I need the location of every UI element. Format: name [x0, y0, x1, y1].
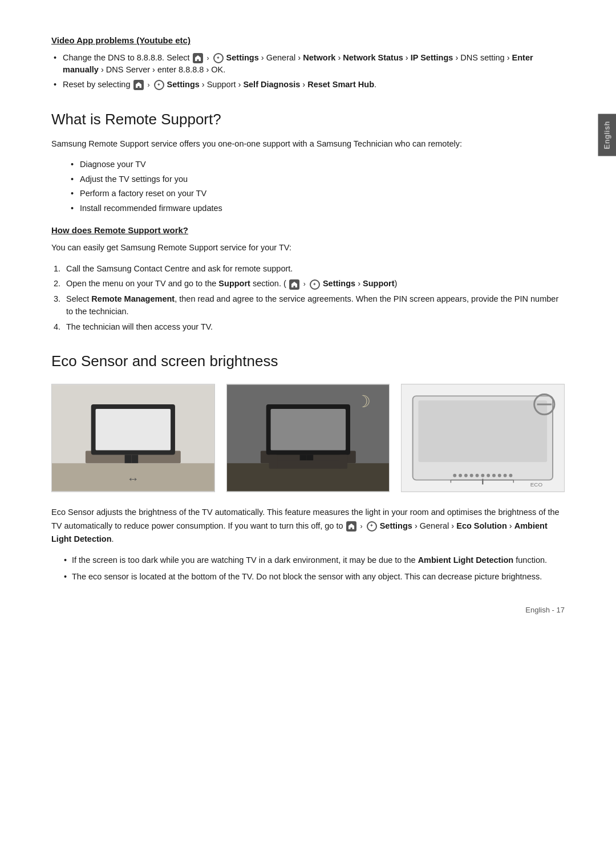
svg-rect-21: [339, 455, 347, 469]
svg-text:☽: ☽: [355, 392, 370, 411]
video-app-section: Video App problems (Youtube etc) Change …: [51, 34, 565, 91]
eco-bullet-1: If the screen is too dark while you are …: [63, 554, 565, 567]
step-4-text: The technician will then access your TV.: [66, 322, 213, 331]
video-app-heading: Video App problems (Youtube etc): [51, 34, 565, 47]
feature-item-3: Perform a factory reset on your TV: [68, 188, 565, 200]
remote-support-description: Samsung Remote Support service offers yo…: [51, 137, 565, 151]
step-num-4: 4.: [54, 321, 60, 334]
step-num-1: 1.: [54, 263, 60, 275]
home-icon-2: [133, 80, 144, 90]
settings-icon-3: [310, 279, 320, 290]
feature-item-1: Diagnose your TV: [68, 159, 565, 171]
video-app-bullet-2: Reset by selecting › Settings › Support …: [51, 79, 565, 91]
svg-point-33: [492, 474, 496, 477]
remote-support-heading: What is Remote Support?: [51, 108, 565, 131]
svg-rect-7: [125, 455, 132, 464]
settings-icon-1: [213, 53, 224, 63]
step-2: 2. Open the menu on your TV and go to th…: [51, 278, 565, 290]
feature-item-4: Install recommended firmware updates: [68, 202, 565, 215]
how-remote-support-heading: How does Remote Support work?: [51, 224, 565, 237]
home-icon-1: [193, 53, 203, 63]
svg-point-34: [498, 474, 501, 477]
svg-point-36: [509, 474, 513, 477]
step-3: 3. Select Remote Management, then read a…: [51, 293, 565, 318]
step-num-3: 3.: [54, 293, 60, 306]
home-icon-4: [346, 521, 356, 532]
remote-support-section: What is Remote Support? Samsung Remote S…: [51, 108, 565, 334]
svg-rect-20: [269, 455, 277, 469]
svg-rect-25: [419, 401, 548, 462]
chevron-2: ›: [148, 81, 150, 89]
chevron-1: ›: [207, 54, 209, 62]
video-app-bullets: Change the DNS to 8.8.8.8. Select › Sett…: [51, 52, 565, 91]
eco-bullet-2: The eco sensor is located at the bottom …: [63, 570, 565, 583]
eco-image-2: ☽: [226, 384, 390, 492]
svg-point-31: [481, 474, 485, 477]
svg-point-28: [464, 474, 468, 477]
remote-support-steps: 1. Call the Samsung Contact Centre and a…: [51, 263, 565, 334]
svg-point-35: [504, 474, 507, 477]
svg-rect-16: [270, 409, 346, 451]
svg-text:↔: ↔: [127, 472, 140, 486]
step-1-text: Call the Samsung Contact Centre and ask …: [66, 264, 293, 273]
svg-point-29: [470, 474, 473, 477]
svg-text:ECO: ECO: [530, 482, 543, 488]
svg-rect-6: [96, 409, 171, 451]
step-4: 4. The technician will then access your …: [51, 321, 565, 334]
how-remote-support-description: You can easily get Samsung Remote Suppor…: [51, 241, 565, 254]
settings-icon-4: [367, 521, 377, 532]
remote-support-features: Diagnose your TV Adjust the TV settings …: [51, 159, 565, 215]
chevron-4: ›: [360, 522, 363, 530]
svg-rect-19: [271, 461, 345, 469]
home-icon-3: [289, 279, 299, 290]
video-app-bullet-1: Change the DNS to 8.8.8.8. Select › Sett…: [51, 52, 565, 77]
settings-icon-2: [154, 80, 164, 90]
eco-image-3: ECO: [401, 384, 565, 492]
svg-rect-8: [131, 455, 138, 464]
svg-point-26: [453, 474, 457, 477]
eco-sensor-section: Eco Sensor and screen brightness: [51, 350, 565, 583]
svg-point-27: [459, 474, 462, 477]
eco-bullets: If the screen is too dark while you are …: [51, 554, 565, 583]
svg-point-32: [487, 474, 491, 477]
feature-item-2: Adjust the TV settings for you: [68, 173, 565, 186]
svg-point-30: [476, 474, 479, 477]
eco-description: Eco Sensor adjusts the brightness of the…: [51, 506, 565, 546]
step-1: 1. Call the Samsung Contact Centre and a…: [51, 263, 565, 275]
settings-text-1: Settings › General › Network › Network S…: [226, 53, 459, 62]
eco-image-1: ↔: [51, 384, 215, 492]
chevron-3: ›: [303, 280, 306, 288]
eco-sensor-images: ↔ ☽: [51, 384, 565, 492]
page-number: English - 17: [525, 604, 565, 616]
step-num-2: 2.: [54, 278, 60, 290]
eco-sensor-heading: Eco Sensor and screen brightness: [51, 350, 565, 372]
